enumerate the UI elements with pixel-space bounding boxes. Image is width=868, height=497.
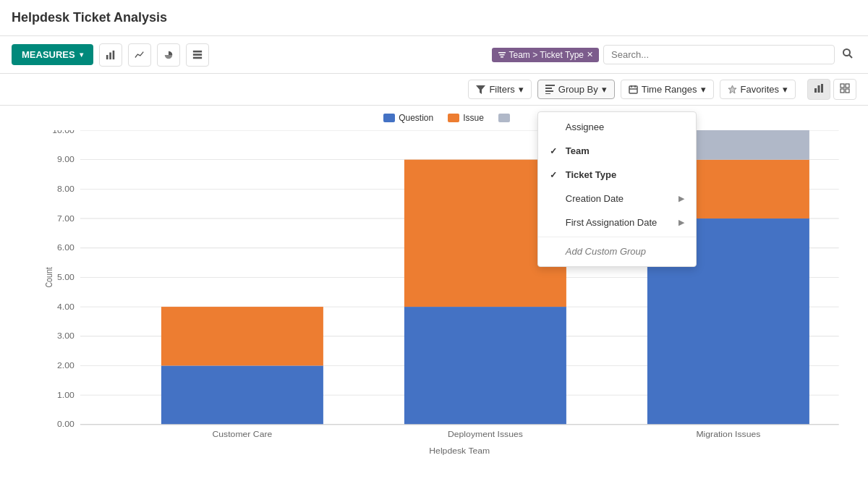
svg-text:6.00: 6.00 — [57, 244, 75, 252]
legend-issue-color — [448, 114, 459, 122]
svg-text:0.00: 0.00 — [57, 420, 75, 428]
bar-chart-icon-btn[interactable] — [99, 43, 122, 67]
star-icon — [728, 85, 737, 94]
svg-text:10.00: 10.00 — [52, 130, 75, 134]
svg-marker-20 — [728, 85, 736, 93]
group-by-button[interactable]: Group By ▾ — [537, 80, 615, 99]
svg-rect-6 — [498, 52, 506, 54]
chart-legend: Question Issue — [43, 113, 854, 123]
svg-rect-26 — [841, 89, 844, 93]
bar-chart-view-btn[interactable] — [807, 79, 830, 100]
search-input[interactable] — [603, 45, 835, 64]
svg-text:Migration Issues: Migration Issues — [696, 430, 760, 438]
group-by-dropdown: Assignee ✓ Team ✓ Ticket Type Creation D… — [537, 111, 697, 267]
svg-text:9.00: 9.00 — [57, 156, 75, 163]
breadcrumb-close[interactable]: ✕ — [587, 50, 593, 59]
svg-rect-15 — [545, 93, 550, 94]
pivot-icon-btn[interactable] — [186, 43, 209, 67]
svg-text:Helpdesk Team: Helpdesk Team — [429, 446, 490, 454]
svg-text:Deployment Issues: Deployment Issues — [448, 430, 523, 438]
favorites-button[interactable]: Favorites ▾ — [720, 80, 796, 99]
filters-toolbar: Filters ▾ Group By ▾ Assignee ✓ Team ✓ T… — [0, 74, 868, 106]
svg-rect-1 — [109, 52, 111, 59]
svg-text:5.00: 5.00 — [57, 273, 75, 281]
group-by-icon — [545, 85, 555, 94]
legend-other-color — [498, 114, 510, 122]
svg-rect-22 — [818, 85, 820, 93]
line-chart-icon-btn[interactable] — [128, 43, 151, 67]
svg-rect-0 — [106, 55, 109, 59]
group-by-wrapper: Group By ▾ Assignee ✓ Team ✓ Ticket Type… — [537, 80, 615, 99]
chart-area: Question Issue 1 — [0, 106, 868, 497]
legend-other — [498, 114, 514, 122]
svg-rect-25 — [846, 84, 849, 88]
svg-rect-21 — [814, 88, 817, 93]
page-title: Helpdesk Ticket Analysis — [12, 10, 167, 25]
svg-rect-8 — [501, 56, 503, 58]
menu-item-first-assignation-date[interactable]: First Assignation Date ▶ — [538, 211, 696, 234]
pie-chart-icon-btn[interactable] — [157, 43, 180, 67]
svg-rect-3 — [193, 50, 202, 52]
svg-rect-23 — [821, 84, 823, 93]
svg-line-10 — [849, 55, 852, 58]
svg-text:2.00: 2.00 — [57, 362, 75, 370]
filter-breadcrumb-icon — [498, 51, 506, 59]
svg-rect-24 — [841, 84, 844, 88]
breadcrumb-text: Team > Ticket Type — [509, 50, 584, 60]
svg-text:Count: Count — [45, 266, 54, 287]
svg-rect-4 — [193, 54, 202, 56]
svg-rect-12 — [545, 85, 555, 86]
svg-text:8.00: 8.00 — [57, 185, 75, 193]
bar-deployment-question — [404, 307, 566, 425]
filters-button[interactable]: Filters ▾ — [468, 80, 531, 99]
measures-button[interactable]: MEASURES — [12, 44, 93, 65]
bar-view-icon — [814, 83, 824, 93]
arrow-icon: ▶ — [678, 194, 684, 203]
bar-customer-care-issue — [161, 307, 323, 365]
svg-rect-7 — [499, 54, 504, 56]
svg-rect-2 — [112, 50, 114, 59]
filter-icon — [476, 85, 485, 94]
svg-text:4.00: 4.00 — [57, 302, 75, 310]
breadcrumb-tag: Team > Ticket Type ✕ — [492, 48, 600, 62]
bar-customer-care-question — [161, 365, 323, 424]
calendar-icon — [629, 85, 638, 94]
svg-text:7.00: 7.00 — [57, 214, 75, 222]
svg-rect-14 — [545, 90, 553, 92]
menu-item-ticket-type[interactable]: ✓ Ticket Type — [538, 163, 696, 187]
legend-question: Question — [383, 113, 433, 123]
grid-view-icon — [840, 83, 850, 93]
arrow-icon-2: ▶ — [678, 218, 684, 227]
svg-text:Customer Care: Customer Care — [213, 430, 273, 438]
legend-question-color — [383, 114, 395, 122]
svg-text:3.00: 3.00 — [57, 332, 75, 340]
menu-item-team[interactable]: ✓ Team — [538, 139, 696, 163]
svg-rect-13 — [545, 88, 552, 89]
chart-svg-container: 10.00 9.00 8.00 7.00 6.00 5.00 4.00 3.00… — [43, 130, 854, 456]
chart-svg: 10.00 9.00 8.00 7.00 6.00 5.00 4.00 3.00… — [43, 130, 854, 456]
menu-item-assignee[interactable]: Assignee — [538, 115, 696, 139]
svg-rect-5 — [193, 56, 202, 59]
time-ranges-button[interactable]: Time Ranges ▾ — [621, 80, 714, 99]
top-toolbar: MEASURES Team > Ticket Type ✕ — [0, 36, 868, 74]
svg-point-9 — [843, 49, 850, 56]
menu-item-creation-date[interactable]: Creation Date ▶ — [538, 187, 696, 211]
legend-issue: Issue — [448, 113, 484, 123]
svg-text:1.00: 1.00 — [57, 391, 75, 399]
view-toggle — [807, 79, 856, 100]
breadcrumb-area: Team > Ticket Type ✕ — [492, 45, 857, 65]
svg-marker-11 — [476, 85, 485, 94]
grid-view-btn[interactable] — [833, 79, 856, 100]
menu-item-add-custom-group[interactable]: Add Custom Group — [538, 239, 696, 263]
search-button[interactable] — [839, 45, 856, 65]
svg-rect-27 — [846, 89, 849, 93]
svg-rect-16 — [629, 86, 637, 93]
